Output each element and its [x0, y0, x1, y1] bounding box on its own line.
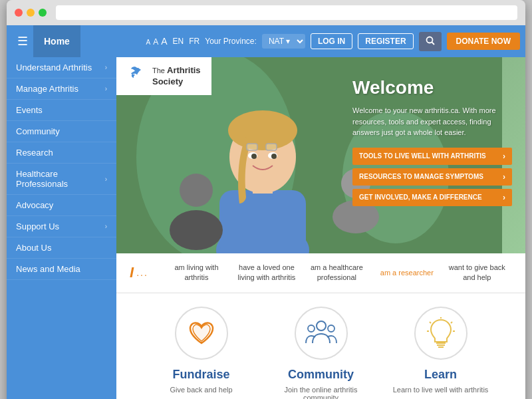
svg-line-29	[451, 322, 452, 323]
community-card[interactable]: Community Join the online arthritis comm…	[268, 307, 374, 399]
svg-rect-15	[247, 144, 257, 150]
people-icon	[305, 318, 338, 348]
svg-line-1	[432, 42, 434, 45]
address-bar[interactable]	[56, 5, 517, 20]
sidebar-item-understand-arthritis[interactable]: Understand Arthritis ›	[7, 57, 116, 78]
content-area: The Arthritis Society	[116, 57, 525, 399]
svg-point-10	[228, 110, 297, 150]
i-am-living[interactable]: am living with arthritis	[162, 260, 231, 286]
fundraise-card[interactable]: Fundraise Give back and help	[148, 307, 255, 399]
sidebar-item-community[interactable]: Community	[7, 121, 116, 142]
svg-point-21	[317, 321, 326, 331]
nav-home-link[interactable]: Home	[33, 25, 80, 57]
font-size-controls: A A A	[146, 36, 168, 47]
hero-description: Welcome to your new arthritis.ca. With m…	[352, 105, 512, 138]
community-icon	[295, 307, 348, 360]
cta-button-1[interactable]: TOOLS TO LIVE WELL WITH ARTHRITIS ›	[352, 148, 512, 165]
i-am-healthcare[interactable]: am a healthcare professional	[302, 260, 372, 286]
i-am-loved-one[interactable]: have a loved one living with arthritis	[231, 260, 301, 286]
page: ☰ Home A A A EN FR Your Province: NAT ▾ …	[7, 25, 525, 399]
hero-title: Welcome	[352, 77, 512, 98]
minimize-dot[interactable]	[27, 9, 35, 17]
close-dot[interactable]	[15, 9, 23, 17]
arrow-icon: ›	[105, 176, 107, 183]
learn-desc: Learn to live well with arthritis	[393, 386, 489, 394]
svg-point-19	[180, 174, 213, 207]
community-desc: Join the online arthritis community	[268, 386, 374, 399]
font-small[interactable]: A	[146, 39, 151, 46]
learn-icon	[414, 307, 467, 360]
logo-area: The Arthritis Society	[116, 57, 211, 95]
svg-line-28	[430, 322, 431, 323]
cta-arrow-icon: ›	[503, 172, 505, 182]
browser-window: ☰ Home A A A EN FR Your Province: NAT ▾ …	[7, 0, 525, 399]
hero-section: The Arthritis Society	[116, 57, 525, 253]
lang-en[interactable]: EN	[173, 37, 184, 46]
top-nav: ☰ Home A A A EN FR Your Province: NAT ▾ …	[7, 25, 525, 57]
i-prefix: I	[130, 264, 134, 281]
hamburger-menu[interactable]: ☰	[12, 31, 33, 51]
arrow-icon: ›	[105, 223, 107, 230]
cta-button-2[interactable]: RESOURCES TO MANAGE SYMPTOMS ›	[352, 168, 512, 186]
hero-overlay: Welcome Welcome to your new arthritis.ca…	[352, 77, 512, 209]
lightbulb-icon	[426, 317, 456, 350]
browser-chrome	[7, 0, 525, 25]
fundraise-title: Fundraise	[172, 368, 229, 382]
sidebar-item-advocacy[interactable]: Advocacy	[7, 195, 116, 216]
top-nav-right: A A A EN FR Your Province: NAT ▾ LOG IN …	[146, 32, 520, 51]
province-selector[interactable]: NAT ▾	[262, 34, 305, 49]
svg-point-13	[251, 154, 257, 159]
svg-point-0	[426, 37, 432, 43]
community-title: Community	[288, 368, 354, 382]
fundraise-desc: Give back and help	[170, 386, 232, 394]
main-layout: Understand Arthritis › Manage Arthritis …	[7, 57, 525, 399]
donate-button[interactable]: DONATE NOW	[447, 33, 520, 50]
svg-point-23	[328, 325, 334, 332]
maximize-dot[interactable]	[39, 9, 47, 17]
search-button[interactable]	[419, 32, 442, 51]
svg-point-14	[271, 154, 277, 159]
cards-section: Fundraise Give back and help	[116, 293, 525, 399]
lang-fr[interactable]: FR	[189, 37, 200, 46]
svg-rect-16	[266, 144, 277, 150]
font-large[interactable]: A	[161, 36, 167, 47]
sidebar: Understand Arthritis › Manage Arthritis …	[7, 57, 116, 399]
font-medium[interactable]: A	[153, 37, 158, 47]
arrow-icon: ›	[105, 85, 107, 92]
cta-arrow-icon: ›	[503, 193, 505, 202]
login-button[interactable]: LOG IN	[311, 33, 352, 49]
search-icon	[426, 36, 435, 45]
bird-icon	[127, 64, 147, 88]
svg-point-2	[137, 68, 139, 70]
cta-arrow-icon: ›	[503, 152, 505, 161]
register-button[interactable]: REGISTER	[358, 33, 413, 49]
i-dots: ...	[136, 267, 148, 278]
arrow-icon: ›	[105, 64, 107, 71]
sidebar-item-about[interactable]: About Us	[7, 237, 116, 259]
sidebar-item-events[interactable]: Events	[7, 100, 116, 121]
i-am-bar: I ... am living with arthritis have a lo…	[116, 253, 525, 293]
sidebar-item-healthcare[interactable]: Healthcare Professionals ›	[7, 164, 116, 195]
learn-title: Learn	[424, 368, 457, 382]
fundraise-icon	[175, 307, 228, 360]
learn-card[interactable]: Learn Learn to live well with arthritis	[388, 307, 494, 399]
sidebar-item-manage-arthritis[interactable]: Manage Arthritis ›	[7, 78, 116, 100]
svg-rect-7	[219, 190, 306, 253]
logo-text: The Arthritis Society	[152, 65, 201, 88]
province-label: Your Province:	[205, 37, 257, 46]
i-am-giving-back[interactable]: want to give back and help	[442, 260, 512, 286]
svg-point-17	[170, 210, 223, 250]
cta-button-3[interactable]: GET INVOLVED, MAKE A DIFFERENCE ›	[352, 189, 512, 206]
i-am-researcher[interactable]: am a researcher	[372, 265, 442, 281]
sidebar-item-research[interactable]: Research	[7, 142, 116, 164]
svg-point-22	[308, 325, 315, 332]
heart-icon	[186, 318, 217, 348]
sidebar-item-news[interactable]: News and Media	[7, 259, 116, 280]
sidebar-item-support[interactable]: Support Us ›	[7, 216, 116, 237]
